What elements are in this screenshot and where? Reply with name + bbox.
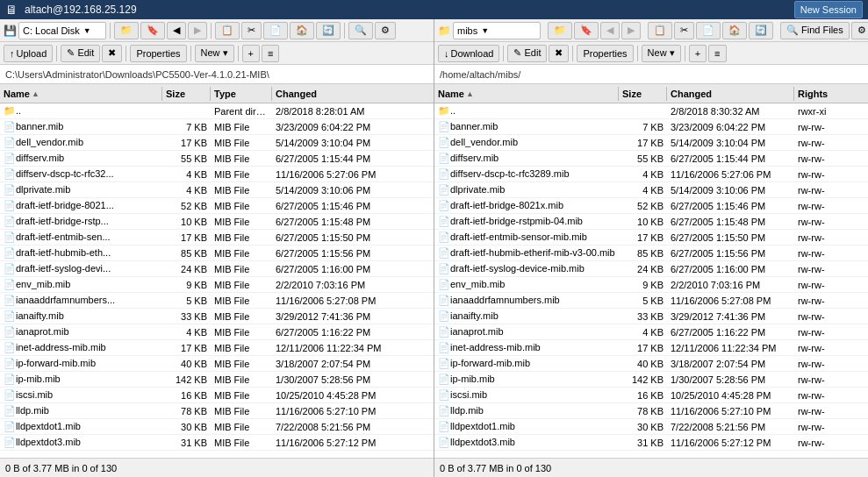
table-row[interactable]: 📄draft-ietf-entmib-sensor-mib.mib 17 KB … <box>434 230 868 246</box>
right-properties-button[interactable]: Properties <box>577 45 633 62</box>
table-row[interactable]: 📄inet-address-mib.mib 17 KB MIB File 12/… <box>0 340 434 356</box>
right-copy-button[interactable]: 📋 <box>648 22 672 39</box>
left-settings[interactable]: ≡ <box>262 45 279 62</box>
table-row[interactable]: 📄draft-ietf-entmib-sen... 17 KB MIB File… <box>0 230 434 246</box>
right-col-size[interactable]: Size <box>619 87 667 101</box>
table-row[interactable]: 📄draft-ietf-bridge-rstp... 10 KB MIB Fil… <box>0 214 434 230</box>
table-row[interactable]: 📄dell_vendor.mib 17 KB 5/14/2009 3:10:04… <box>434 135 868 151</box>
file-name-cell: 📄lldpextdot1.mib <box>434 420 619 433</box>
table-row[interactable]: 📄lldpextdot3.mib 31 KB MIB File 11/16/20… <box>0 435 434 451</box>
table-row[interactable]: 📄dlprivate.mib 4 KB MIB File 5/14/2009 3… <box>0 182 434 198</box>
table-row[interactable]: 📄ip-forward-mib.mib 40 KB MIB File 3/18/… <box>0 356 434 372</box>
right-col-changed[interactable]: Changed <box>667 87 794 101</box>
right-new-button[interactable]: New ▾ <box>642 45 681 62</box>
right-bookmark-button[interactable]: 🔖 <box>574 22 599 39</box>
left-copy-button[interactable]: 📋 <box>215 22 240 39</box>
right-cut-button[interactable]: ✂ <box>674 22 694 39</box>
upload-button[interactable]: ↑ Upload <box>4 45 53 62</box>
table-row[interactable]: 📄lldpextdot1.mib 30 KB MIB File 7/22/200… <box>0 419 434 435</box>
table-row[interactable]: 📄dlprivate.mib 4 KB 5/14/2009 3:10:06 PM… <box>434 182 868 198</box>
right-back-button[interactable]: ◀ <box>600 22 620 39</box>
table-row[interactable]: 📄dell_vendor.mib 17 KB MIB File 5/14/200… <box>0 135 434 151</box>
table-row[interactable]: 📄env_mib.mib 9 KB MIB File 2/2/2010 7:03… <box>0 277 434 293</box>
table-row[interactable]: 📄ip-mib.mib 142 KB MIB File 1/30/2007 5:… <box>0 372 434 388</box>
table-row[interactable]: 📄draft-ietf-bridge-8021... 52 KB MIB Fil… <box>0 198 434 214</box>
left-col-size[interactable]: Size <box>162 87 211 101</box>
table-row[interactable]: 📄draft-ietf-syslog-devi... 24 KB MIB Fil… <box>0 261 434 277</box>
table-row[interactable]: 📄iscsi.mib 16 KB 10/25/2010 4:45:28 PM r… <box>434 388 868 403</box>
table-row[interactable]: 📄ianaaddrfamnumbers.mib 5 KB 11/16/2006 … <box>434 293 868 309</box>
table-row[interactable]: 📁.. 2/8/2018 8:30:32 AM rwxr-xi <box>434 103 868 119</box>
table-row[interactable]: 📄ianaifty.mib 33 KB MIB File 3/29/2012 7… <box>0 309 434 324</box>
table-row[interactable]: 📄diffserv-dscp-tc-rfc32... 4 KB MIB File… <box>0 167 434 182</box>
right-col-rights[interactable]: Rights <box>794 87 868 101</box>
left-col-type[interactable]: Type <box>211 87 272 101</box>
left-add-bookmark[interactable]: + <box>242 45 260 62</box>
table-row[interactable]: 📄draft-ietf-bridge-rstpmib-04.mib 10 KB … <box>434 214 868 230</box>
table-row[interactable]: 📄diffserv.mib 55 KB MIB File 6/27/2005 1… <box>0 151 434 167</box>
right-edit-button[interactable]: ✎ Edit <box>507 45 547 62</box>
left-edit-button[interactable]: ✎ Edit <box>61 45 100 62</box>
table-row[interactable]: 📄ianaprot.mib 4 KB 6/27/2005 1:16:22 PM … <box>434 324 868 340</box>
left-delete-button[interactable]: ✖ <box>102 45 122 62</box>
left-home-button[interactable]: 🏠 <box>290 22 314 39</box>
table-row[interactable]: 📄ip-forward-mib.mib 40 KB 3/18/2007 2:07… <box>434 356 868 372</box>
right-forward-button[interactable]: ▶ <box>621 22 641 39</box>
table-row[interactable]: 📄inet-address-mib.mib 17 KB 12/11/2006 1… <box>434 340 868 356</box>
file-name-cell: 📄env_mib.mib <box>434 278 619 291</box>
right-browse-button[interactable]: 📁 <box>548 22 572 39</box>
left-paste-button[interactable]: 📄 <box>263 22 288 39</box>
left-find-button[interactable]: 🔍 <box>348 22 373 39</box>
left-col-name[interactable]: Name ▲ <box>0 87 162 101</box>
file-icon: 📄 <box>438 405 450 416</box>
table-row[interactable]: 📄draft-ietf-hubmib-etherif-mib-v3-00.mib… <box>434 246 868 261</box>
left-browse-button[interactable]: 📁 <box>114 22 139 39</box>
right-home-button[interactable]: 🏠 <box>722 22 747 39</box>
right-extra-button[interactable]: ⚙ <box>851 22 868 39</box>
table-row[interactable]: 📄env_mib.mib 9 KB 2/2/2010 7:03:16 PM rw… <box>434 277 868 293</box>
table-row[interactable]: 📄banner.mib 7 KB MIB File 3/23/2009 6:04… <box>0 119 434 135</box>
left-cut-button[interactable]: ✂ <box>241 22 262 39</box>
table-row[interactable]: 📄banner.mib 7 KB 3/23/2009 6:04:22 PM rw… <box>434 119 868 135</box>
table-row[interactable]: 📄lldp.mib 78 KB MIB File 11/16/2006 5:27… <box>0 403 434 419</box>
right-settings[interactable]: ≡ <box>708 45 726 62</box>
table-row[interactable]: 📄draft-ietf-hubmib-eth... 85 KB MIB File… <box>0 246 434 261</box>
right-delete-button[interactable]: ✖ <box>549 45 569 62</box>
file-changed-cell: 2/2/2010 7:03:16 PM <box>272 279 434 291</box>
left-file-list[interactable]: 📁.. Parent directory 2/8/2018 8:28:01 AM… <box>0 103 434 458</box>
table-row[interactable]: 📄ip-mib.mib 142 KB 1/30/2007 5:28:56 PM … <box>434 372 868 388</box>
left-back-button[interactable]: ◀ <box>167 22 186 39</box>
table-row[interactable]: 📄lldpextdot1.mib 30 KB 7/22/2008 5:21:56… <box>434 419 868 435</box>
table-row[interactable]: 📄ianaifty.mib 33 KB 3/29/2012 7:41:36 PM… <box>434 309 868 324</box>
left-col-changed[interactable]: Changed <box>272 87 434 101</box>
right-col-name[interactable]: Name ▲ <box>434 87 619 101</box>
table-row[interactable]: 📄draft-ietf-syslog-device-mib.mib 24 KB … <box>434 261 868 277</box>
left-new-button[interactable]: New ▾ <box>195 45 234 62</box>
left-bookmark-button[interactable]: 🔖 <box>140 22 165 39</box>
left-refresh-button[interactable]: 🔄 <box>316 22 341 39</box>
right-drive-select[interactable]: mibs ▼ <box>453 22 541 39</box>
table-row[interactable]: 📄lldp.mib 78 KB 11/16/2006 5:27:10 PM rw… <box>434 403 868 419</box>
file-size-cell: 24 KB <box>619 263 667 275</box>
new-session-button[interactable]: New Session <box>794 1 863 18</box>
left-properties-button[interactable]: Properties <box>130 45 186 62</box>
table-row[interactable]: 📄draft-ietf-bridge-8021x.mib 52 KB 6/27/… <box>434 198 868 214</box>
table-row[interactable]: 📄iscsi.mib 16 KB MIB File 10/25/2010 4:4… <box>0 388 434 403</box>
table-row[interactable]: 📄diffserv.mib 55 KB 6/27/2005 1:15:44 PM… <box>434 151 868 167</box>
table-row[interactable]: 📄diffserv-dscp-tc-rfc3289.mib 4 KB 11/16… <box>434 167 868 182</box>
table-row[interactable]: 📄ianaaddrfamnumbers... 5 KB MIB File 11/… <box>0 293 434 309</box>
file-changed-cell: 6/27/2005 1:15:56 PM <box>272 247 434 260</box>
right-paste-button[interactable]: 📄 <box>696 22 721 39</box>
right-add-bookmark[interactable]: + <box>689 45 707 62</box>
left-extra-button[interactable]: ⚙ <box>375 22 396 39</box>
table-row[interactable]: 📄lldpextdot3.mib 31 KB 11/16/2006 5:27:1… <box>434 435 868 451</box>
file-icon: 📄 <box>4 216 16 226</box>
table-row[interactable]: 📄ianaprot.mib 4 KB MIB File 6/27/2005 1:… <box>0 324 434 340</box>
left-drive-select[interactable]: C: Local Disk ▼ <box>18 22 106 39</box>
right-file-list[interactable]: 📁.. 2/8/2018 8:30:32 AM rwxr-xi 📄banner.… <box>434 103 868 458</box>
download-button[interactable]: ↓ Download <box>438 45 499 62</box>
left-forward-button[interactable]: ▶ <box>188 22 207 39</box>
right-find-button[interactable]: 🔍 Find Files <box>780 22 850 39</box>
right-refresh-button[interactable]: 🔄 <box>749 22 773 39</box>
table-row[interactable]: 📁.. Parent directory 2/8/2018 8:28:01 AM <box>0 103 434 119</box>
